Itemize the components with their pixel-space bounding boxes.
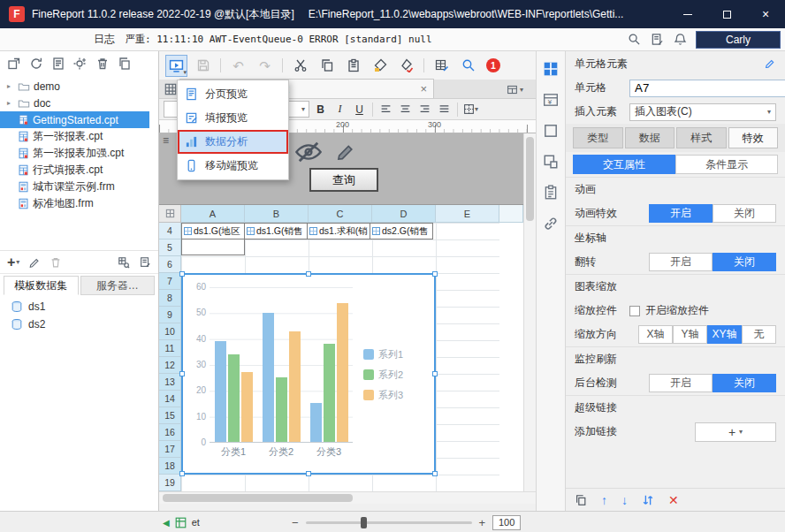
edit-dataset-icon[interactable] (28, 256, 41, 269)
query-button[interactable]: 查询 (309, 168, 378, 192)
notification-badge[interactable]: 1 (486, 58, 500, 72)
hyperlink-panel-icon[interactable] (540, 213, 561, 234)
horizontal-scrollbar[interactable] (159, 491, 536, 504)
zoom-y-button[interactable]: Y轴 (673, 325, 707, 344)
row-header[interactable]: 13 (159, 374, 181, 391)
horizontal-scroll-thumb[interactable] (163, 494, 353, 502)
menu-item-data-analysis[interactable]: 数据分析 (178, 130, 288, 154)
expand-arrow-icon[interactable]: ▸ (7, 82, 14, 90)
notes-icon[interactable] (651, 33, 664, 46)
align-center-icon[interactable] (397, 101, 414, 118)
row-header[interactable]: 19 (159, 475, 181, 491)
zoom-in-icon[interactable]: + (479, 517, 486, 528)
cell-b4[interactable]: ds1.G(销售 (244, 223, 308, 239)
refresh-icon[interactable] (29, 57, 43, 71)
tab-effects[interactable]: 特效 (728, 127, 779, 148)
copy-button[interactable] (316, 55, 338, 77)
search-icon[interactable] (628, 33, 641, 46)
tab-template-datasets[interactable]: 模板数据集 (4, 276, 79, 295)
zoom-slider-thumb[interactable] (361, 517, 367, 528)
legend-item[interactable]: 系列3 (363, 389, 431, 402)
resize-handle[interactable] (432, 471, 438, 476)
row-header[interactable]: 17 (159, 441, 181, 458)
resize-handle[interactable] (179, 471, 185, 476)
add-dataset-button[interactable]: +▾ (7, 255, 19, 270)
sheet-cells[interactable]: ds1.G(地区 ds1.G(销售 ds1.求和(销 ds2.G(销售 总计: … (181, 223, 499, 491)
row-header[interactable]: 16 (159, 424, 181, 441)
delete-link-icon[interactable]: ✕ (668, 494, 679, 506)
underline-button[interactable]: U (351, 101, 368, 118)
hidden-widget-eye-slash-icon[interactable] (293, 139, 324, 165)
redo-button[interactable]: ↷ (254, 55, 276, 77)
settings-icon[interactable] (73, 57, 88, 71)
float-element-panel-icon[interactable] (540, 120, 561, 141)
bold-button[interactable]: B (312, 101, 329, 118)
tree-item-report-selected[interactable]: GettingStarted.cpt (0, 111, 149, 128)
pane-handle-icon[interactable]: ≡ (163, 134, 169, 147)
sheet-prev-icon[interactable]: ◀ (163, 518, 170, 528)
tree-item-form[interactable]: 城市课堂示例.frm (0, 179, 158, 195)
row-header[interactable]: 11 (159, 340, 181, 357)
italic-button[interactable]: I (332, 101, 348, 118)
resize-handle[interactable] (179, 271, 185, 277)
sort-icon[interactable] (642, 494, 654, 506)
preview-dataset-icon[interactable] (139, 256, 151, 269)
tab-server-datasets[interactable]: 服务器… (80, 276, 156, 295)
format-painter-button[interactable] (369, 55, 391, 77)
subtab-interaction[interactable]: 交互属性 (573, 155, 675, 174)
column-header[interactable]: A (181, 205, 245, 223)
close-button[interactable]: × (746, 0, 785, 28)
row-header[interactable]: 15 (159, 407, 181, 424)
edit-widget-pencil-icon[interactable] (334, 141, 357, 163)
resize-handle[interactable] (306, 271, 311, 277)
dataset-item[interactable]: ds2 (0, 315, 158, 333)
switch-directory-icon[interactable] (7, 57, 21, 71)
zoom-slider[interactable] (306, 521, 472, 524)
bg-check-off-button[interactable]: 关闭 (713, 374, 776, 392)
cell-a5[interactable] (181, 239, 245, 255)
expand-arrow-icon[interactable]: ▸ (7, 99, 14, 107)
column-header[interactable]: C (309, 205, 372, 223)
cell-c4[interactable]: ds1.求和(销 (307, 223, 370, 239)
tab-style[interactable]: 样式 (676, 127, 727, 148)
row-header[interactable]: 9 (159, 307, 181, 323)
row-header[interactable]: 7 (159, 273, 181, 290)
insert-element-select[interactable]: 插入图表(C) ▾ (629, 103, 776, 121)
copy-link-icon[interactable] (575, 494, 587, 506)
cell-d4[interactable]: ds2.G(销售 (370, 223, 433, 239)
vertical-scrollbar[interactable] (523, 133, 536, 491)
column-header[interactable]: E (436, 205, 499, 223)
clear-format-button[interactable] (395, 55, 417, 77)
cell-attribute-panel-icon[interactable]: ¥ (540, 89, 561, 110)
save-button[interactable] (192, 55, 214, 77)
move-down-icon[interactable]: ↓ (621, 494, 628, 506)
new-report-icon[interactable] (51, 57, 65, 71)
filter-dataset-icon[interactable] (118, 256, 130, 269)
paste-button[interactable] (342, 55, 364, 77)
delete-dataset-icon[interactable] (50, 256, 62, 269)
menu-item-mobile-preview[interactable]: 移动端预览 (178, 154, 288, 178)
animation-off-button[interactable]: 关闭 (713, 204, 776, 223)
zoom-none-button[interactable]: 无 (742, 325, 776, 344)
zoom-search-button[interactable] (457, 55, 479, 77)
row-header[interactable]: 14 (159, 391, 181, 407)
log-label[interactable]: 日志 (94, 32, 115, 47)
edit-pencil-icon[interactable] (764, 57, 776, 70)
row-header[interactable]: 12 (159, 357, 181, 374)
subtab-condition[interactable]: 条件显示 (675, 155, 778, 174)
row-header[interactable]: 6 (159, 256, 181, 273)
menu-item-fill-preview[interactable]: 填报预览 (178, 106, 288, 130)
cut-button[interactable] (289, 55, 311, 77)
chart-element[interactable]: 6050403020100 分类1分类2分类3 系列1系列2系列3 (181, 273, 436, 475)
delete-icon[interactable] (95, 57, 110, 71)
copy-template-icon[interactable] (118, 57, 132, 71)
row-header[interactable]: 10 (159, 323, 181, 340)
preview-button[interactable]: ▾ (165, 55, 187, 77)
bell-icon[interactable] (674, 33, 687, 46)
widget-panel-icon[interactable] (540, 151, 561, 172)
align-left-icon[interactable] (377, 101, 394, 118)
flip-on-button[interactable]: 开启 (649, 253, 713, 271)
zoom-value[interactable]: 100 (492, 515, 521, 530)
tree-item-report[interactable]: 行式填报表.cpt (0, 162, 158, 179)
tree-item-report[interactable]: 第一张报表.cpt (0, 128, 158, 145)
